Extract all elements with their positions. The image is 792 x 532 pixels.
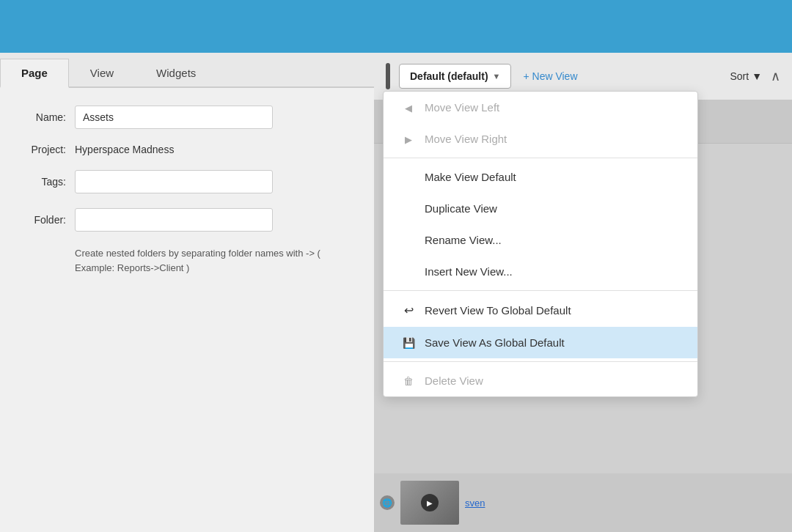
menu-rename-label: Rename View...: [425, 234, 502, 246]
menu-revert-label: Revert View To Global Default: [425, 304, 571, 317]
sort-button[interactable]: Sort ▼: [730, 70, 762, 82]
menu-item-revert[interactable]: Revert View To Global Default: [384, 294, 697, 327]
tab-widgets[interactable]: Widgets: [135, 59, 217, 86]
menu-divider-3: [384, 361, 697, 362]
menu-item-duplicate[interactable]: Duplicate View: [384, 193, 697, 224]
project-row: Project: Hyperspace Madness: [15, 144, 359, 155]
view-selector-button[interactable]: Default (default) ▼: [399, 64, 511, 89]
save-global-icon: [401, 337, 416, 349]
drag-handle[interactable]: [386, 63, 390, 89]
new-view-button[interactable]: + New View: [520, 64, 580, 88]
menu-save-global-label: Save View As Global Default: [425, 336, 565, 349]
thumbnail-area: 🌐 ▶ sven: [374, 473, 792, 532]
tags-input[interactable]: [75, 170, 273, 193]
delete-icon: [401, 375, 416, 387]
menu-move-right-label: Move View Right: [425, 133, 507, 145]
collapse-button[interactable]: ∧: [771, 68, 780, 84]
thumbnail-image: ▶: [400, 481, 459, 525]
menu-divider-2: [384, 290, 697, 291]
menu-insert-new-label: Insert New View...: [425, 265, 513, 278]
tags-row: Tags:: [15, 170, 359, 193]
thumbnail-name[interactable]: sven: [465, 498, 485, 509]
menu-item-delete[interactable]: Delete View: [384, 365, 697, 396]
name-input[interactable]: [75, 106, 273, 129]
project-label: Project:: [15, 144, 66, 155]
folder-row: Folder:: [15, 208, 359, 232]
dropdown-menu: Move View Left Move View Right Make View…: [383, 91, 698, 397]
menu-divider-1: [384, 158, 697, 158]
right-panel: Default (default) ▼ + New View Sort ▼ ∧ …: [374, 53, 792, 532]
menu-item-insert-new[interactable]: Insert New View...: [384, 256, 697, 287]
left-panel: Page View Widgets Name: Project: Hypersp…: [0, 53, 374, 532]
arrow-left-icon: [401, 102, 416, 114]
folder-input[interactable]: [75, 208, 273, 232]
project-value: Hyperspace Madness: [75, 144, 174, 155]
globe-icon: 🌐: [380, 495, 395, 510]
sort-chevron-icon: ▼: [752, 70, 762, 82]
folder-label: Folder:: [15, 214, 66, 226]
menu-make-default-label: Make View Default: [425, 171, 516, 183]
tabs-row: Page View Widgets: [0, 53, 374, 88]
menu-item-move-left[interactable]: Move View Left: [384, 92, 697, 123]
tab-page[interactable]: Page: [0, 59, 69, 88]
view-selector-label: Default (default): [410, 70, 488, 82]
menu-duplicate-label: Duplicate View: [425, 202, 497, 215]
menu-item-make-default[interactable]: Make View Default: [384, 161, 697, 193]
main-content: Page View Widgets Name: Project: Hypersp…: [0, 53, 792, 532]
top-bar: [0, 0, 792, 53]
sort-label: Sort: [730, 70, 749, 82]
help-text: Create nested folders by separating fold…: [75, 246, 359, 275]
menu-item-move-right[interactable]: Move View Right: [384, 123, 697, 155]
form-area: Name: Project: Hyperspace Madness Tags: …: [0, 88, 374, 292]
tab-view[interactable]: View: [69, 59, 135, 86]
name-label: Name:: [15, 111, 66, 123]
name-row: Name:: [15, 106, 359, 129]
tags-label: Tags:: [15, 176, 66, 188]
chevron-down-icon: ▼: [493, 72, 501, 81]
menu-item-save-global[interactable]: Save View As Global Default: [384, 327, 697, 358]
arrow-right-icon: [401, 133, 416, 145]
menu-move-left-label: Move View Left: [425, 101, 499, 114]
menu-delete-label: Delete View: [425, 374, 483, 387]
revert-icon: [401, 303, 416, 317]
play-button[interactable]: ▶: [421, 494, 439, 511]
menu-item-rename[interactable]: Rename View...: [384, 224, 697, 256]
